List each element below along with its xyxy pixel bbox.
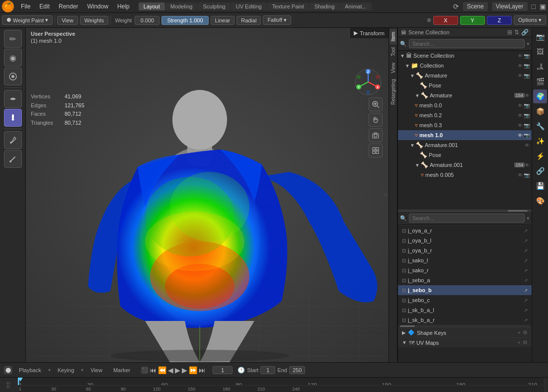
- render-toggle-collection[interactable]: 📷: [524, 63, 530, 69]
- tree-arrow-collection[interactable]: ▼: [405, 63, 410, 69]
- prop-link-3[interactable]: ↗: [524, 258, 528, 263]
- step-next-button[interactable]: ▶: [182, 366, 187, 374]
- rsb-world-icon[interactable]: 🌍: [533, 89, 547, 103]
- visibility-toggle-scene[interactable]: 👁: [518, 53, 523, 59]
- prop-link-4[interactable]: ↗: [524, 268, 528, 273]
- vtab-tool[interactable]: Tool: [390, 44, 397, 59]
- prop-j-sebo-b[interactable]: ⊡ j_sebo_b ↗: [398, 285, 532, 295]
- blur-tool-button[interactable]: ◉: [4, 49, 22, 67]
- tree-armature-sub[interactable]: ▼ 🦴 Armature 154 👁: [398, 90, 532, 100]
- tree-arrow-armature-sub[interactable]: ▼: [415, 93, 420, 98]
- step-back-button[interactable]: ⏪: [158, 366, 166, 374]
- vtab-retargeting[interactable]: Retargeting: [390, 76, 397, 108]
- shape-keys-header[interactable]: ▶ 🔷 Shape Keys + ⚙: [398, 328, 532, 337]
- tree-mesh-0005[interactable]: ▿ mesh 0.005 👁 📷: [398, 170, 532, 180]
- visibility-armature-sub[interactable]: 👁: [525, 93, 530, 98]
- tree-mesh-10[interactable]: ▶ ▿ mesh 1.0 👁 📷: [398, 130, 532, 140]
- shape-keys-section[interactable]: ▶ 🔷 Shape Keys + ⚙: [398, 327, 532, 337]
- view-menu[interactable]: View: [57, 16, 78, 25]
- weight-value[interactable]: 0.000: [135, 16, 159, 25]
- prop-j-sebo-c[interactable]: ⊡ j_sebo_c ↗: [398, 295, 532, 305]
- tree-armature-001-sub[interactable]: ▼ 🦴 Armature.001 154 👁: [398, 160, 532, 170]
- rsb-output-icon[interactable]: 🖼: [533, 45, 547, 59]
- menu-edit[interactable]: Edit: [35, 2, 54, 11]
- tab-uv-editing[interactable]: UV Editing: [231, 2, 267, 10]
- timeline-strip[interactable]: ⠿⠿ 1 30 60 90 120 150 180 210: [0, 377, 548, 392]
- tab-sculpting[interactable]: Sculpting: [198, 2, 230, 10]
- tree-scene-collection[interactable]: ▼ 🏛 Scene Collection 👁 📷: [398, 51, 532, 61]
- prop-link-5[interactable]: ↗: [524, 278, 528, 283]
- current-frame-display[interactable]: 1: [213, 366, 233, 374]
- marker-menu[interactable]: Marker: [109, 366, 134, 374]
- rsb-modifier-icon[interactable]: 🔧: [533, 119, 547, 133]
- step-forward-button[interactable]: ⏩: [189, 366, 197, 374]
- vis-arm-001-sub[interactable]: 👁: [525, 162, 530, 168]
- timeline-view-menu[interactable]: View: [86, 366, 106, 374]
- viewport[interactable]: User Perspective (1) mesh 1.0 Vertices 4…: [26, 28, 389, 362]
- prop-link-6[interactable]: ↗: [524, 288, 528, 293]
- tree-arrow-mesh-10[interactable]: ▶: [410, 133, 414, 138]
- viewlayer-name[interactable]: ViewLayer: [492, 2, 528, 11]
- playback-menu[interactable]: Playback: [15, 366, 45, 374]
- prop-j-oya-a-r[interactable]: ⊡ j_oya_a_r ↗: [398, 226, 532, 235]
- rsb-physics-icon[interactable]: ⚡: [533, 149, 547, 163]
- tree-arrow-mesh-03[interactable]: ▶: [410, 123, 414, 128]
- vis-mesh-10[interactable]: 👁: [518, 133, 523, 138]
- prop-link-9[interactable]: ↗: [524, 317, 528, 323]
- tab-texture-paint[interactable]: Texture Paint: [267, 2, 309, 10]
- properties-panel[interactable]: ⊡ j_oya_a_r ↗ ⊡ j_oya_b_l ↗ ⊡ j_oya_b_r …: [398, 225, 532, 324]
- render-mesh-03[interactable]: 📷: [524, 123, 530, 128]
- timeline-type-icon[interactable]: ⬤: [4, 366, 12, 374]
- render-mesh-0005[interactable]: 📷: [524, 172, 530, 178]
- rsb-render-icon[interactable]: 📷: [533, 30, 547, 44]
- rsb-view-icon[interactable]: 🏞: [533, 60, 547, 74]
- step-prev-button[interactable]: ◀: [168, 366, 173, 374]
- tree-armature-001[interactable]: ▼ 🦴 Armature.001 👁: [398, 140, 532, 150]
- keying-menu[interactable]: Keying: [54, 366, 78, 374]
- paint-tool-button[interactable]: [4, 109, 22, 127]
- visibility-toggle-collection[interactable]: 👁: [518, 63, 523, 69]
- weights-menu[interactable]: Weights: [80, 16, 109, 25]
- y-button[interactable]: Y: [460, 16, 485, 25]
- average-tool-button[interactable]: [4, 68, 22, 85]
- vis-mesh-02[interactable]: 👁: [518, 113, 523, 118]
- prop-j-sebo-a[interactable]: ⊡ j_sebo_a ↗: [398, 275, 532, 285]
- brush-tool-button[interactable]: [4, 150, 22, 168]
- tree-arrow-scene[interactable]: ▼: [400, 53, 405, 59]
- rsb-constraints-icon[interactable]: 🔗: [533, 164, 547, 178]
- render-toggle-armature[interactable]: 📷: [524, 73, 530, 78]
- x-button[interactable]: X: [433, 16, 458, 25]
- options-button[interactable]: Options ▾: [514, 15, 546, 25]
- tree-mesh-02[interactable]: ▶ ▿ mesh 0.2 👁 📷: [398, 110, 532, 120]
- uv-maps-settings[interactable]: ⚙: [523, 339, 528, 346]
- prop-link-0[interactable]: ↗: [524, 228, 528, 234]
- outliner-tree[interactable]: ▼ 🏛 Scene Collection 👁 📷 ▼ 📁 Collection …: [398, 51, 532, 210]
- tree-arrow-pose-001[interactable]: ▶: [415, 153, 419, 158]
- rsb-particles-icon[interactable]: ✨: [533, 134, 547, 148]
- radial-button[interactable]: Radial: [236, 16, 261, 25]
- tree-mesh-03[interactable]: ▶ ▿ mesh 0.3 👁 📷: [398, 120, 532, 130]
- prop-link-8[interactable]: ↗: [524, 308, 528, 313]
- vis-mesh-00[interactable]: 👁: [518, 103, 523, 108]
- z-button[interactable]: Z: [487, 16, 512, 25]
- record-button[interactable]: ⚫: [141, 367, 148, 374]
- uv-maps-header[interactable]: ▼ 🗺 UV Maps + ⚙: [398, 338, 532, 347]
- vis-mesh-03[interactable]: 👁: [518, 123, 523, 128]
- prop-link-2[interactable]: ↗: [524, 248, 528, 253]
- timeline-ruler[interactable]: 1 30 60 90 120 150 180 210 1 30 60 90: [18, 378, 544, 392]
- rsb-data-icon[interactable]: 💾: [533, 179, 547, 193]
- tree-collection[interactable]: ▼ 📁 Collection 👁 📷: [398, 61, 532, 71]
- transform-header[interactable]: ▶ Transform: [354, 30, 385, 36]
- shape-keys-add[interactable]: +: [518, 329, 521, 336]
- render-mesh-00[interactable]: 📷: [524, 103, 530, 108]
- prop-link-7[interactable]: ↗: [524, 298, 528, 303]
- draw-tool-button[interactable]: ✏: [4, 30, 22, 48]
- prop-j-sako-l[interactable]: ⊡ j_sako_l ↗: [398, 255, 532, 265]
- tree-arrow-arm-001-sub[interactable]: ▼: [415, 162, 420, 168]
- shape-keys-settings[interactable]: ⚙: [523, 329, 528, 336]
- mode-dropdown[interactable]: ⚈ Weight Paint ▾: [2, 15, 53, 25]
- tree-arrow-armature-001[interactable]: ▼: [410, 143, 415, 148]
- visibility-toggle-armature[interactable]: 👁: [518, 73, 523, 78]
- timeline-scrollbar[interactable]: [544, 378, 548, 392]
- end-value[interactable]: 250: [289, 366, 305, 374]
